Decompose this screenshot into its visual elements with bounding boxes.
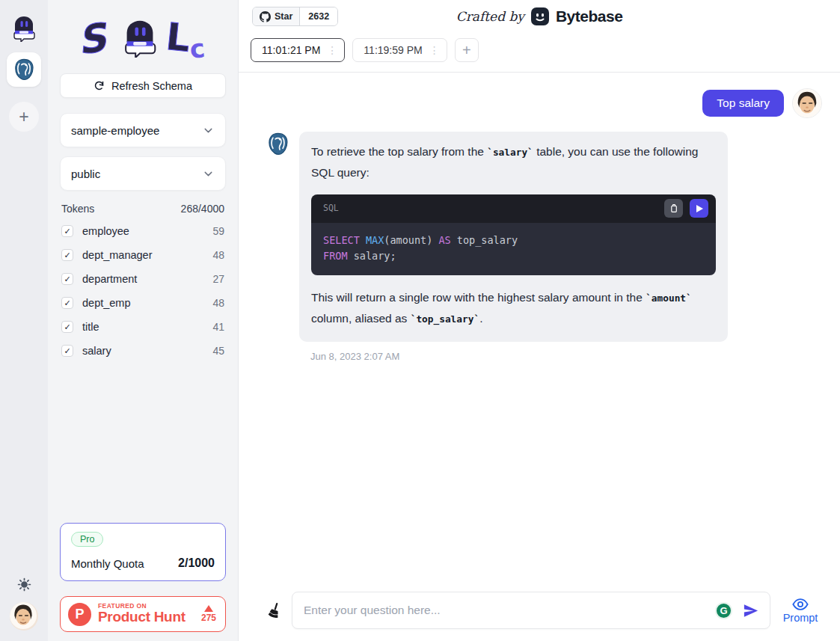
table-row: ✓ dept_emp 48: [60, 291, 226, 315]
conversation-tabs: 11:01:21 PM ⋮ 11:19:59 PM ⋮ +: [239, 33, 840, 73]
product-hunt-badge[interactable]: P FEATURED ON Product Hunt 275: [60, 596, 226, 632]
tab-conversation[interactable]: 11:19:59 PM ⋮: [352, 38, 447, 62]
plus-icon: +: [19, 107, 28, 127]
question-input-wrap: G: [292, 592, 770, 629]
eye-icon: [792, 598, 809, 611]
svg-text:c: c: [188, 33, 206, 64]
assistant-paragraph: To retrieve the top salary from the `sal…: [311, 141, 716, 183]
table-token-count: 27: [212, 273, 224, 285]
chat-spacer: [266, 362, 822, 592]
github-star-button[interactable]: Star 2632: [252, 7, 338, 26]
database-select-value: sample-employee: [71, 124, 159, 137]
question-input[interactable]: [304, 604, 708, 617]
code-language-label: SQL: [323, 200, 339, 216]
send-button[interactable]: [739, 602, 762, 619]
table-row: ✓ employee 59: [60, 219, 226, 243]
star-label: Star: [275, 11, 292, 22]
message-timestamp: Jun 8, 2023 2:07 AM: [310, 351, 822, 362]
quota-value: 2/1000: [178, 556, 215, 570]
user-message-row: Top salary: [266, 88, 822, 118]
assistant-paragraph: This will return a single row with the h…: [311, 287, 716, 329]
quota-card: Pro Monthly Quota 2/1000: [60, 523, 226, 581]
tab-label: 11:19:59 PM: [364, 44, 422, 56]
github-star-count[interactable]: 2632: [300, 7, 337, 25]
table-row: ✓ department 27: [60, 267, 226, 291]
postgres-assistant-avatar-icon: [266, 132, 290, 156]
table-name: dept_emp: [82, 297, 131, 309]
refresh-icon: [93, 80, 105, 91]
table-row: ✓ title 41: [60, 315, 226, 339]
tokens-label: Tokens: [61, 203, 94, 215]
schema-select[interactable]: public: [60, 156, 226, 191]
table-token-count: 41: [212, 321, 224, 333]
chevron-down-icon: [202, 168, 215, 180]
prompt-label: Prompt: [783, 612, 818, 624]
sidebar-spacer: [60, 363, 226, 523]
github-icon: [260, 11, 271, 22]
add-connection-button[interactable]: +: [9, 102, 39, 132]
new-conversation-button[interactable]: +: [455, 38, 479, 62]
postgres-connection-item[interactable]: [7, 52, 41, 87]
tab-menu-kebab-icon[interactable]: ⋮: [429, 45, 440, 55]
table-checkbox[interactable]: ✓: [61, 225, 73, 237]
tokens-total: 268/4000: [181, 203, 224, 215]
table-name: title: [82, 321, 99, 333]
assistant-message-bubble: To retrieve the top salary from the `sal…: [299, 132, 728, 342]
upvote-triangle-icon: [204, 605, 213, 612]
user-avatar: [792, 88, 822, 118]
prompt-toggle-button[interactable]: Prompt: [779, 598, 822, 624]
inline-code: `salary`: [487, 147, 533, 158]
upvote-count: 275: [201, 613, 216, 623]
table-checkbox[interactable]: ✓: [61, 297, 73, 309]
crafted-by-label: Crafted by: [456, 9, 524, 24]
product-hunt-upvotes: 275: [201, 605, 216, 623]
theme-toggle-sun-icon[interactable]: [17, 577, 31, 592]
github-star-segment[interactable]: Star: [253, 7, 300, 25]
product-hunt-text: FEATURED ON Product Hunt: [98, 603, 194, 625]
table-name: dept_manager: [82, 249, 153, 261]
user-avatar[interactable]: [10, 602, 38, 631]
inline-code: `amount`: [646, 292, 692, 304]
table-checkbox[interactable]: ✓: [61, 345, 73, 357]
table-row: ✓ dept_manager 48: [60, 243, 226, 267]
refresh-schema-label: Refresh Schema: [111, 80, 192, 92]
bytebase-logo-icon: [530, 7, 550, 26]
code-block-body: SELECT MAX(amount) AS top_salary FROM sa…: [311, 223, 716, 275]
bytebase-brand-name: Bytebase: [556, 7, 622, 25]
table-checkbox[interactable]: ✓: [61, 321, 73, 333]
sidebar: S L c Refresh Schema sample-employee pub…: [48, 0, 239, 641]
table-name: department: [82, 273, 137, 285]
product-hunt-logo-icon: P: [68, 603, 91, 626]
postgres-logo-icon: [12, 58, 36, 82]
composer: G Prompt: [266, 592, 822, 629]
tokens-header: Tokens 268/4000: [61, 203, 224, 215]
tab-conversation-active[interactable]: 11:01:21 PM ⋮: [251, 38, 345, 62]
chevron-down-icon: [202, 124, 215, 137]
copy-code-button[interactable]: [664, 199, 683, 218]
refresh-schema-button[interactable]: Refresh Schema: [60, 73, 226, 98]
main-panel: Crafted by Bytebase Star 2632 11: [239, 0, 840, 641]
tab-menu-kebab-icon[interactable]: ⋮: [327, 45, 337, 55]
table-token-count: 45: [212, 345, 224, 357]
tab-label: 11:01:21 PM: [262, 44, 320, 56]
sql-code-block: SQL: [311, 194, 716, 275]
play-icon: [696, 205, 703, 212]
table-checkbox[interactable]: ✓: [61, 273, 73, 285]
chat-area: Top salary To retrieve the top salary fr…: [239, 73, 840, 641]
grammarly-icon[interactable]: G: [715, 602, 732, 619]
run-query-button[interactable]: [690, 199, 708, 218]
table-row: ✓ salary 45: [60, 339, 226, 363]
product-hunt-name: Product Hunt: [98, 610, 194, 625]
table-checkbox[interactable]: ✓: [61, 249, 73, 261]
table-name: salary: [82, 345, 111, 357]
table-token-count: 59: [212, 225, 224, 237]
table-name: employee: [82, 225, 129, 237]
database-select[interactable]: sample-employee: [60, 113, 226, 147]
code-block-header: SQL: [311, 194, 716, 223]
sqlchat-bot-avatar-icon[interactable]: [9, 12, 39, 42]
clear-conversation-broom-icon[interactable]: [266, 601, 283, 619]
svg-text:S: S: [75, 14, 111, 63]
left-rail: +: [0, 0, 48, 641]
table-token-count: 48: [212, 249, 224, 261]
assistant-message-row: To retrieve the top salary from the `sal…: [266, 132, 822, 342]
